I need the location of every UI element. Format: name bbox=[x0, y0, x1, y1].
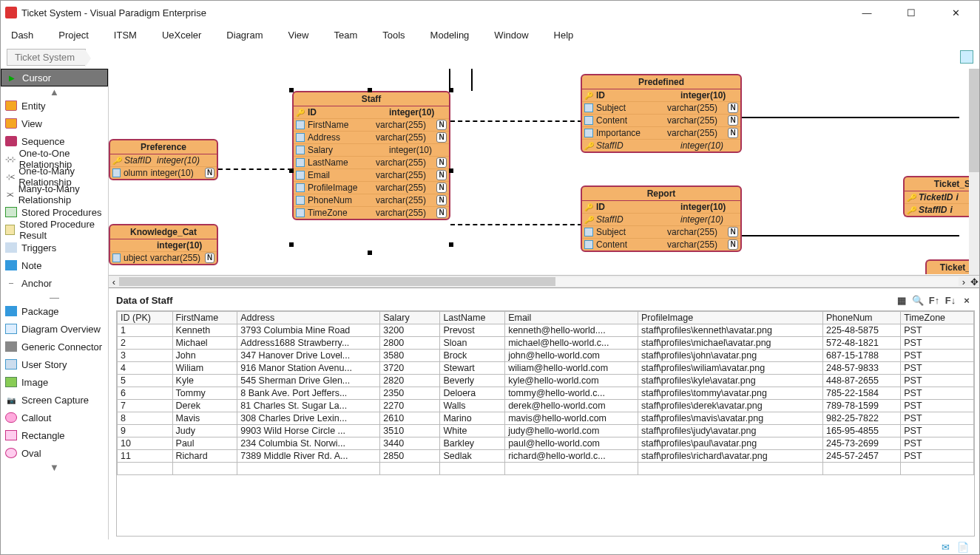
minimize-button[interactable]: — bbox=[854, 7, 880, 18]
table-cell[interactable]: 2270 bbox=[380, 400, 440, 412]
tool-cursor[interactable]: ▶Cursor bbox=[1, 69, 108, 86]
table-cell[interactable]: PST bbox=[901, 350, 974, 362]
grid-export-icon[interactable]: ▦ bbox=[893, 293, 910, 307]
tool-callout[interactable]: Callout bbox=[1, 409, 108, 426]
table-cell[interactable]: Stewart bbox=[440, 362, 505, 375]
table-cell[interactable]: PST bbox=[901, 400, 974, 412]
table-cell[interactable]: PST bbox=[901, 450, 974, 463]
toolbox-collapse-up[interactable]: ▲ bbox=[1, 86, 108, 97]
menu-window[interactable]: Window bbox=[494, 30, 528, 41]
table-cell[interactable]: staff\profiles\judy\avatar.png bbox=[638, 425, 822, 437]
tool-package[interactable]: Package bbox=[1, 302, 108, 320]
table-cell[interactable]: Kyle bbox=[172, 375, 237, 387]
table-cell[interactable]: 545 Sherman Drive Glen... bbox=[237, 375, 380, 387]
table-cell[interactable]: 7389 Middle River Rd. A... bbox=[237, 450, 380, 463]
table-cell[interactable]: 982-25-7822 bbox=[822, 412, 900, 425]
table-cell[interactable]: mavis@hello-world.com bbox=[505, 412, 638, 425]
tool-stored-proc-r[interactable]: Stored Procedure Result bbox=[1, 221, 108, 239]
grid-search-icon[interactable]: 🔍 bbox=[910, 293, 926, 307]
column-header[interactable]: ID (PK) bbox=[118, 312, 173, 324]
table-cell[interactable]: PST bbox=[901, 324, 974, 337]
table-row[interactable]: 11Richard7389 Middle River Rd. A...2850S… bbox=[118, 450, 974, 463]
table-cell[interactable]: staff\profiles\kyle\avatar.png bbox=[638, 375, 822, 387]
table-row[interactable]: 4Wiliam916 Manor Station Avenu...3720Ste… bbox=[118, 362, 974, 375]
relation-line[interactable] bbox=[218, 168, 292, 170]
entity-column[interactable]: integer(10) bbox=[110, 239, 217, 252]
table-cell[interactable]: 2820 bbox=[380, 375, 440, 387]
table-cell[interactable]: 245-57-2457 bbox=[822, 450, 900, 463]
table-cell[interactable]: 8 bbox=[118, 412, 173, 425]
entity-column[interactable]: Importancevarchar(255)N bbox=[582, 127, 740, 140]
tool-triggers[interactable]: Triggers bbox=[1, 239, 108, 256]
table-cell[interactable]: wiliam@hello-world.com bbox=[505, 362, 638, 375]
close-button[interactable]: ✕ bbox=[942, 7, 969, 18]
maximize-button[interactable]: ☐ bbox=[898, 7, 925, 18]
table-cell[interactable]: 4 bbox=[118, 362, 173, 375]
table-cell[interactable]: 2 bbox=[118, 337, 173, 350]
entity-column[interactable]: Addressvarchar(255)N bbox=[294, 132, 449, 144]
tool-entity[interactable]: Entity bbox=[1, 97, 108, 115]
column-header[interactable]: PhoneNum bbox=[822, 312, 900, 324]
column-header[interactable]: TimeZone bbox=[901, 312, 974, 324]
entity-column[interactable]: 🔑StaffIDinteger(10) bbox=[582, 140, 740, 151]
selection-handle[interactable] bbox=[368, 251, 372, 255]
tool-anchor[interactable]: ┄Anchor bbox=[1, 274, 108, 292]
table-row[interactable]: 2MichaelAddress1688 Strawberry...2800Slo… bbox=[118, 337, 974, 350]
column-header[interactable]: Address bbox=[237, 312, 380, 324]
grid-close-icon[interactable]: × bbox=[959, 293, 975, 307]
table-cell[interactable]: 11 bbox=[118, 450, 173, 463]
breadcrumb[interactable]: Ticket System bbox=[7, 49, 86, 66]
table-cell[interactable]: 3720 bbox=[380, 362, 440, 375]
entity-column[interactable]: ProfileImagevarchar(255)N bbox=[294, 182, 449, 194]
table-row[interactable]: 9Judy9903 Wild Horse Circle ...3510White… bbox=[118, 425, 974, 437]
notes-icon[interactable]: 📄 bbox=[957, 542, 969, 553]
selection-handle[interactable] bbox=[449, 88, 453, 92]
column-header[interactable]: FirstName bbox=[172, 312, 237, 324]
table-row[interactable]: 1Kenneth3793 Columbia Mine Road3200Prevo… bbox=[118, 324, 974, 337]
table-cell[interactable]: Beverly bbox=[440, 375, 505, 387]
table-cell[interactable]: 234 Columbia St. Norwi... bbox=[237, 437, 380, 450]
menu-uexceler[interactable]: UeXceler bbox=[162, 30, 201, 41]
entity-ticket-s[interactable]: Ticket_S 🔑TicketIDi🔑StaffIDi bbox=[903, 176, 973, 217]
table-row[interactable]: 7Derek81 Charles St. Sugar La...2270Wall… bbox=[118, 400, 974, 412]
table-cell[interactable]: Derek bbox=[172, 400, 237, 412]
table-cell[interactable]: Richard bbox=[172, 450, 237, 463]
selection-handle[interactable] bbox=[289, 168, 294, 173]
entity-preference[interactable]: Preference 🔑StaffIDinteger(10)olumninteg… bbox=[109, 139, 218, 180]
entity-column[interactable]: LastNamevarchar(255)N bbox=[294, 157, 449, 169]
table-cell[interactable]: 5 bbox=[118, 375, 173, 387]
entity-column[interactable]: 🔑StaffIDi bbox=[905, 204, 973, 216]
table-cell[interactable]: 572-48-1821 bbox=[822, 337, 900, 350]
entity-report[interactable]: Report 🔑IDinteger(10)🔑StaffIDinteger(10)… bbox=[581, 185, 742, 252]
entity-column[interactable]: Contentvarchar(255)N bbox=[582, 115, 740, 127]
table-cell[interactable]: Prevost bbox=[440, 324, 505, 337]
entity-column[interactable]: Emailvarchar(255)N bbox=[294, 169, 449, 182]
table-row[interactable]: 10Paul234 Columbia St. Norwi...3440Barkl… bbox=[118, 437, 974, 450]
entity-column[interactable]: 🔑IDinteger(10) bbox=[582, 201, 740, 214]
table-cell[interactable]: 2610 bbox=[380, 412, 440, 425]
table-cell[interactable]: White bbox=[440, 425, 505, 437]
entity-predefined[interactable]: Predefined 🔑IDinteger(10)Subjectvarchar(… bbox=[581, 74, 742, 153]
entity-ticket[interactable]: Ticket_ bbox=[925, 259, 973, 274]
table-cell[interactable]: 165-95-4855 bbox=[822, 425, 900, 437]
table-cell[interactable]: 785-22-1584 bbox=[822, 387, 900, 400]
table-cell[interactable]: staff\profiles\kenneth\avatar.png bbox=[638, 324, 822, 337]
relation-line[interactable] bbox=[737, 235, 959, 236]
table-cell[interactable]: staff\profiles\paul\avatar.png bbox=[638, 437, 822, 450]
table-cell[interactable]: kyle@hello-world.com bbox=[505, 375, 638, 387]
tool-generic-connector[interactable]: Generic Connector bbox=[1, 338, 108, 355]
table-cell[interactable]: 225-48-5875 bbox=[822, 324, 900, 337]
table-cell[interactable]: staff\profiles\richard\avatar.png bbox=[638, 450, 822, 463]
table-row[interactable] bbox=[118, 463, 974, 475]
table-cell[interactable]: PST bbox=[901, 425, 974, 437]
selection-handle[interactable] bbox=[368, 88, 372, 92]
table-cell[interactable]: kenneth@hello-world.... bbox=[505, 324, 638, 337]
table-cell[interactable]: Sedlak bbox=[440, 450, 505, 463]
table-cell[interactable]: 3 bbox=[118, 350, 173, 362]
table-cell[interactable]: staff\profiles\derek\avatar.png bbox=[638, 400, 822, 412]
table-cell[interactable]: 3580 bbox=[380, 350, 440, 362]
tool-many-many[interactable]: ><Many-to-Many Relationship bbox=[1, 185, 108, 203]
table-cell[interactable]: 3440 bbox=[380, 437, 440, 450]
table-cell[interactable]: staff\profiles\mavis\avatar.png bbox=[638, 412, 822, 425]
table-cell[interactable]: 9903 Wild Horse Circle ... bbox=[237, 425, 380, 437]
